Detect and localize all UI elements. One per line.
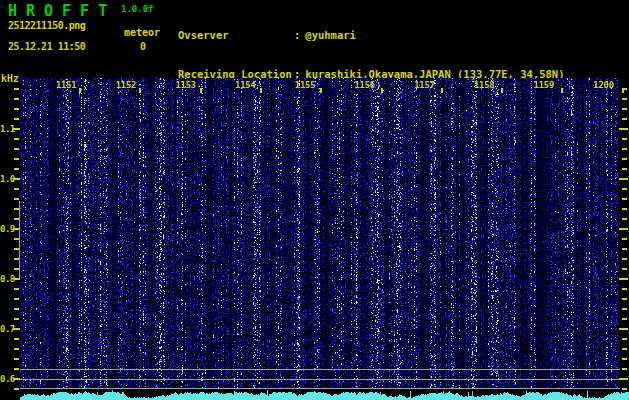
info-row-observer: Ovserver:@yuhmari	[178, 29, 565, 42]
freq-minor-tick-right	[622, 168, 627, 170]
freq-minor-tick-left	[14, 368, 19, 370]
freq-major-tick-right	[619, 228, 628, 230]
freq-minor-tick-right	[622, 338, 627, 340]
freq-minor-tick-left	[14, 258, 19, 260]
time-tick-label: 1156	[355, 80, 375, 90]
freq-minor-tick-right	[622, 258, 627, 260]
freq-minor-tick-left	[14, 318, 19, 320]
spectrogram-canvas	[20, 78, 620, 389]
freq-minor-tick-right	[622, 158, 627, 160]
hrofft-window: HROFFT 1.0.0f 2512211150.png meteor 25.1…	[0, 0, 629, 400]
freq-minor-tick-left	[14, 138, 19, 140]
time-tick-mark	[320, 88, 322, 93]
app-title: HROFFT	[8, 2, 116, 20]
time-tick-mark	[139, 88, 141, 93]
freq-minor-tick-left	[14, 88, 19, 90]
freq-minor-tick-right	[622, 188, 627, 190]
plot-left-border-segment	[19, 201, 20, 278]
time-tick-label: 1159	[534, 80, 554, 90]
freq-axis-unit-label: kHz	[1, 73, 19, 84]
freq-minor-tick-left	[14, 238, 19, 240]
time-tick-mark	[260, 88, 262, 93]
freq-minor-tick-right	[622, 88, 627, 90]
freq-minor-tick-left	[14, 208, 19, 210]
colon: :	[294, 29, 300, 42]
time-tick-mark	[381, 88, 383, 93]
freq-major-tick-left	[13, 228, 20, 230]
freq-minor-tick-right	[622, 238, 627, 240]
freq-minor-tick-left	[14, 348, 19, 350]
freq-minor-tick-left	[14, 358, 19, 360]
output-filename: 2512211150.png	[8, 20, 85, 31]
freq-major-tick-left	[13, 378, 20, 380]
freq-major-tick-right	[619, 128, 628, 130]
freq-minor-tick-right	[622, 138, 627, 140]
freq-minor-tick-right	[622, 98, 627, 100]
app-version: 1.0.0f	[121, 4, 154, 14]
freq-minor-tick-right	[622, 268, 627, 270]
freq-minor-tick-right	[622, 298, 627, 300]
freq-minor-tick-left	[14, 248, 19, 250]
freq-minor-tick-left	[14, 388, 19, 390]
time-tick-mark	[501, 88, 503, 93]
time-tick-mark	[441, 88, 443, 93]
datetime: 25.12.21 11:50	[8, 41, 85, 52]
freq-minor-tick-left	[14, 298, 19, 300]
freq-major-tick-left	[13, 178, 20, 180]
time-tick-label: 1151	[56, 80, 76, 90]
freq-minor-tick-right	[622, 118, 627, 120]
freq-major-tick-left	[13, 328, 20, 330]
freq-minor-tick-right	[622, 208, 627, 210]
freq-minor-tick-right	[622, 218, 627, 220]
freq-minor-tick-right	[622, 348, 627, 350]
info-value: @yuhmari	[305, 29, 356, 42]
freq-major-tick-left	[13, 278, 20, 280]
freq-minor-tick-right	[622, 288, 627, 290]
time-tick-label: 1200	[593, 80, 613, 90]
freq-minor-tick-left	[14, 288, 19, 290]
freq-minor-tick-left	[14, 98, 19, 100]
time-tick-mark	[200, 88, 202, 93]
freq-minor-tick-right	[622, 248, 627, 250]
freq-minor-tick-left	[14, 188, 19, 190]
time-tick-label: 1155	[295, 80, 315, 90]
freq-minor-tick-right	[622, 388, 627, 390]
freq-minor-tick-left	[14, 268, 19, 270]
freq-major-tick-left	[13, 128, 20, 130]
freq-minor-tick-right	[622, 308, 627, 310]
time-tick-label: 1157	[414, 80, 434, 90]
time-tick-label: 1154	[235, 80, 255, 90]
freq-major-tick-right	[619, 328, 628, 330]
time-tick-mark	[79, 88, 81, 93]
freq-minor-tick-right	[622, 148, 627, 150]
info-label: Ovserver	[178, 29, 294, 42]
time-tick-label: 1152	[116, 80, 136, 90]
freq-minor-tick-right	[622, 368, 627, 370]
freq-minor-tick-left	[14, 108, 19, 110]
freq-minor-tick-left	[14, 338, 19, 340]
freq-minor-tick-left	[14, 198, 19, 200]
freq-minor-tick-left	[14, 308, 19, 310]
freq-minor-tick-right	[622, 198, 627, 200]
signal-level-strip	[20, 389, 629, 400]
freq-minor-tick-left	[14, 168, 19, 170]
time-tick-mark	[561, 88, 563, 93]
freq-major-tick-right	[619, 178, 628, 180]
meteor-label: meteor	[124, 27, 160, 38]
freq-major-tick-right	[619, 278, 628, 280]
freq-minor-tick-right	[622, 108, 627, 110]
freq-minor-tick-left	[14, 218, 19, 220]
freq-minor-tick-left	[14, 158, 19, 160]
freq-minor-tick-right	[622, 358, 627, 360]
freq-minor-tick-right	[622, 318, 627, 320]
freq-major-tick-right	[619, 378, 628, 380]
meteor-count: 0	[140, 41, 146, 52]
time-tick-label: 1153	[175, 80, 195, 90]
freq-minor-tick-left	[14, 148, 19, 150]
freq-minor-tick-left	[14, 118, 19, 120]
time-tick-label: 1158	[474, 80, 494, 90]
